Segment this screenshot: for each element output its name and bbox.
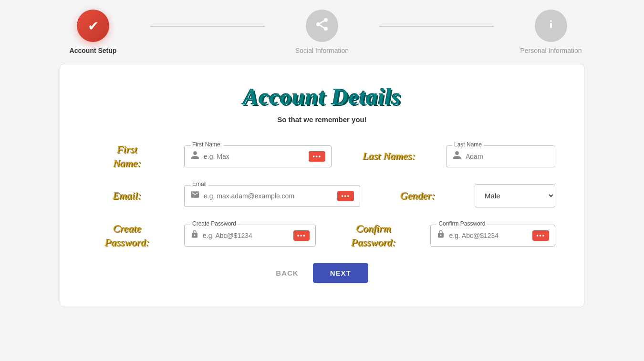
email-input[interactable] [204,188,337,204]
step-label-social-info: Social Information [295,47,349,54]
field-row-email-gender: Email: Email ••• Gender: Male Female Oth… [89,184,555,207]
svg-point-1 [316,22,320,26]
fancy-label-email: Email: [89,189,165,203]
info-icon [543,17,559,35]
first-name-person-icon [190,150,200,162]
step-circle-personal-info [535,10,567,42]
email-dots-button[interactable]: ••• [337,191,354,201]
field-row-names: FirstName: First Name: ••• Last Names: L… [89,143,555,170]
create-password-floating-label: Create Password [190,220,238,227]
last-name-input[interactable] [466,149,549,164]
gender-wrapper: Male Female Other [475,184,555,207]
checkmark-icon: ✔ [88,18,99,34]
step-circle-social-info [306,10,338,42]
fancy-label-first-name: FirstName: [89,143,165,170]
svg-rect-6 [550,23,552,28]
last-name-wrapper: Last Name [446,145,555,167]
fancy-label-confirm-password: ConfirmPassword: [335,222,411,249]
fancy-label-last-name: Last Names: [351,149,427,163]
email-field: Email ••• [184,185,360,207]
first-name-wrapper: First Name: ••• [184,145,332,167]
create-password-lock-icon [190,230,199,241]
field-row-passwords: CreatePassword: Create Password ••• Conf… [89,222,555,249]
next-button[interactable]: NEXT [313,263,368,283]
step-personal-info: Personal Information [494,10,608,54]
email-icon [190,190,200,202]
step-social-info: Social Information [265,10,379,54]
confirm-password-field: Confirm Password ••• [430,225,555,247]
connector-1 [150,26,265,27]
svg-point-0 [324,18,328,21]
first-name-input[interactable] [204,149,309,164]
share-icon [314,17,330,35]
confirm-password-floating-label: Confirm Password [436,220,487,227]
confirm-password-lock-icon [436,230,445,241]
form-card: Account Details So that we remember you!… [60,64,584,307]
field-pair-last-name: Last Names: Last Name [351,145,555,167]
email-wrapper: Email ••• [184,185,360,207]
gender-select[interactable]: Male Female Other [475,184,555,207]
field-pair-gender: Gender: Male Female Other [379,184,555,207]
first-name-field: First Name: ••• [184,145,332,167]
field-pair-confirm-password: ConfirmPassword: Confirm Password ••• [335,222,555,249]
confirm-password-dots-button[interactable]: ••• [532,230,549,241]
svg-point-2 [324,27,328,31]
step-account-setup: ✔ Account Setup [36,10,150,54]
connector-2 [379,26,494,27]
first-name-dots-button[interactable]: ••• [309,151,325,162]
create-password-wrapper: Create Password ••• [184,225,316,247]
last-name-person-icon [452,150,462,162]
first-name-floating-label: First Name: [190,141,224,148]
last-name-field: Last Name [446,145,555,167]
fancy-label-create-password: CreatePassword: [89,222,165,249]
svg-point-5 [550,20,552,22]
fancy-label-gender: Gender: [379,189,456,203]
create-password-dots-button[interactable]: ••• [293,230,310,241]
step-label-personal-info: Personal Information [520,47,582,54]
email-floating-label: Email [190,181,208,187]
last-name-floating-label: Last Name [452,141,484,148]
svg-line-4 [320,21,324,23]
confirm-password-wrapper: Confirm Password ••• [430,225,555,247]
form-title: Account Details [89,83,555,110]
step-label-account-setup: Account Setup [70,47,117,54]
back-button[interactable]: BACK [276,269,298,277]
svg-line-3 [320,25,324,28]
step-circle-account-setup: ✔ [77,10,109,42]
confirm-password-input[interactable] [449,228,532,243]
create-password-field: Create Password ••• [184,225,316,247]
form-subtitle: So that we remember you! [89,115,555,124]
stepper: ✔ Account Setup Social Information [36,10,608,54]
create-password-input[interactable] [203,228,293,243]
button-row: BACK NEXT [89,263,555,283]
